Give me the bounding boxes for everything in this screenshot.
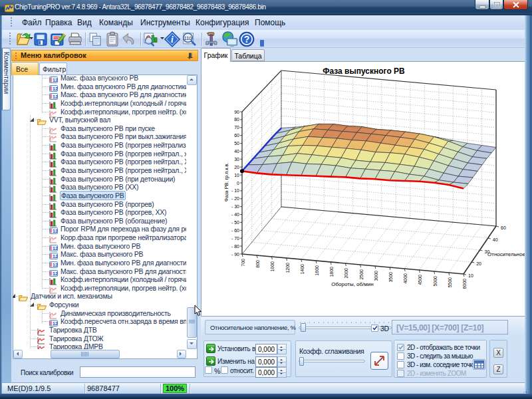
svg-text:90: 90: [234, 110, 239, 114]
svg-text:12: 12: [53, 94, 58, 99]
svg-text:12: 12: [53, 271, 58, 276]
svg-text:12: 12: [53, 229, 58, 233]
svg-text:12: 12: [53, 263, 58, 267]
svg-text:60: 60: [501, 225, 506, 230]
svg-text:40: 40: [493, 237, 498, 242]
svg-text:i: i: [171, 35, 174, 45]
svg-text:20: 20: [476, 261, 481, 266]
svg-text:5500: 5500: [448, 277, 452, 288]
svg-text:2500: 2500: [359, 269, 364, 280]
svg-text:10: 10: [234, 173, 239, 178]
svg-text:3000: 3000: [374, 271, 378, 281]
svg-text:- 30: - 30: [231, 204, 239, 209]
svg-text:20: 20: [234, 165, 239, 170]
svg-text:- 80: - 80: [231, 244, 239, 249]
svg-text:10: 10: [468, 273, 473, 278]
svg-text:- 90: - 90: [231, 252, 239, 257]
svg-text:5000: 5000: [433, 276, 438, 287]
svg-text:70: 70: [234, 125, 239, 130]
svg-text:60: 60: [234, 133, 239, 138]
svg-text:Обороты, об/мин: Обороты, об/мин: [331, 281, 373, 287]
svg-text:- 60: - 60: [231, 228, 239, 233]
svg-text:12: 12: [53, 78, 58, 82]
svg-text:30: 30: [234, 157, 239, 162]
svg-text:- 10: - 10: [231, 188, 239, 193]
svg-text:12: 12: [53, 254, 58, 259]
svg-text:- 70: - 70: [231, 236, 239, 241]
svg-text:1400: 1400: [300, 264, 305, 275]
svg-text:- 20: - 20: [231, 196, 239, 201]
svg-text:4000: 4000: [403, 273, 408, 284]
svg-text:- 40: - 40: [231, 212, 239, 217]
svg-text:80: 80: [234, 117, 239, 122]
svg-text:1200: 1200: [285, 263, 290, 273]
svg-text:0: 0: [237, 181, 239, 186]
svg-text:40: 40: [234, 149, 239, 154]
svg-text:12: 12: [53, 86, 58, 91]
svg-text:Относительное н: Относительное н: [487, 251, 525, 257]
svg-text:110: 110: [184, 35, 192, 41]
svg-text:700: 700: [241, 259, 245, 267]
svg-text:1800: 1800: [329, 267, 334, 277]
svg-text:3500: 3500: [388, 272, 393, 283]
svg-text:Фаза выпускного РВ: Фаза выпускного РВ: [323, 66, 405, 76]
svg-text:1600: 1600: [315, 265, 319, 276]
svg-text:12: 12: [53, 246, 58, 251]
svg-text:?: ?: [244, 34, 250, 45]
svg-text:6000: 6000: [462, 279, 467, 289]
svg-text:Фаза РВ, гр.п.к.в.: Фаза РВ, гр.п.к.в.: [223, 163, 229, 202]
svg-text:800: 800: [255, 260, 260, 268]
svg-text:1000: 1000: [270, 261, 275, 272]
svg-text:4500: 4500: [418, 275, 422, 285]
svg-text:2000: 2000: [344, 268, 348, 279]
svg-text:- 50: - 50: [231, 220, 239, 225]
svg-text:50: 50: [234, 141, 239, 146]
